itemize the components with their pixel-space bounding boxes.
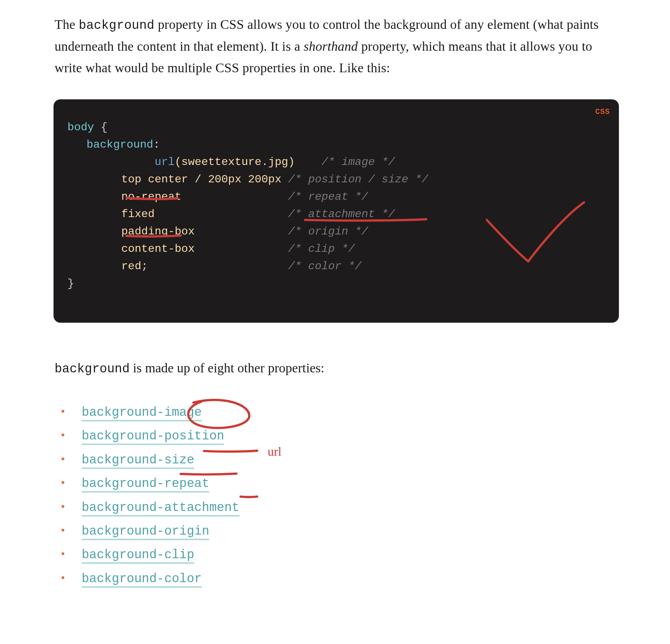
list-item: background-size (61, 448, 618, 472)
link-background-repeat[interactable]: background-repeat (82, 477, 209, 493)
link-background-size[interactable]: background-size (82, 453, 194, 469)
after-code-text: is made up of eight other properties: (130, 361, 324, 375)
link-background-color[interactable]: background-color (82, 572, 202, 588)
link-background-image[interactable]: background-image (82, 405, 202, 421)
property-list: background-image background-position bac… (61, 401, 618, 591)
intro-inline-code: background (79, 18, 154, 33)
intro-text-pre: The (55, 17, 79, 32)
list-item: background-color (61, 567, 618, 591)
after-code-inline-code: background (55, 362, 130, 376)
list-item: background-position (61, 424, 618, 448)
code-line-2: background: (67, 136, 615, 154)
after-code-paragraph: background is made up of eight other pro… (55, 357, 618, 379)
code-line-url: url(sweettexture.jpg) /* image */ (67, 154, 615, 171)
code-line-1: body { (67, 119, 615, 136)
code-line-clip: content-box /* clip */ (67, 240, 615, 258)
code-line-color: red; /* color */ (67, 258, 615, 275)
link-background-attachment[interactable]: background-attachment (82, 501, 239, 517)
code-block: CSS body { background: url(sweettexture.… (54, 99, 619, 323)
list-item: background-repeat (61, 472, 618, 496)
list-item: background-attachment (61, 496, 618, 520)
code-line-close: } (67, 275, 615, 292)
link-background-clip[interactable]: background-clip (82, 548, 194, 564)
code-line-attachment: fixed /* attachment */ (67, 206, 615, 223)
code-line-repeat: no-repeat /* repeat */ (67, 188, 615, 206)
intro-shorthand: shorthand (304, 39, 358, 53)
code-language-badge: CSS (595, 106, 610, 118)
list-item: background-clip (61, 543, 618, 567)
list-item: background-image (61, 401, 618, 424)
link-background-origin[interactable]: background-origin (82, 524, 209, 540)
page: The background property in CSS allows yo… (0, 0, 670, 591)
intro-paragraph: The background property in CSS allows yo… (55, 14, 618, 79)
list-item: background-origin (61, 520, 618, 543)
code-line-origin: padding-box /* origin */ (67, 223, 615, 240)
annotation-label-url: url (268, 442, 281, 462)
code-line-position: top center / 200px 200px /* position / s… (67, 171, 615, 188)
link-background-position[interactable]: background-position (82, 429, 224, 445)
